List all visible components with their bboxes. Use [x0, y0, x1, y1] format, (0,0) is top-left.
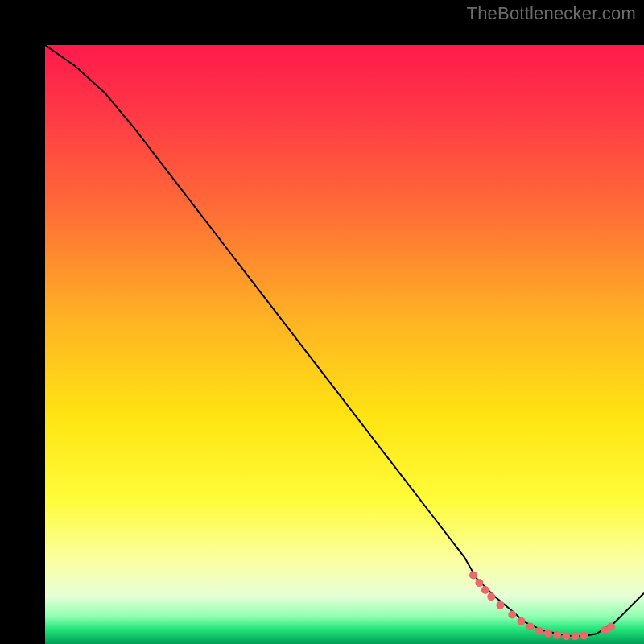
marker-point — [571, 632, 579, 640]
marker-point — [562, 632, 570, 640]
marker-point — [469, 571, 477, 579]
marker-point — [517, 617, 525, 625]
marker-point — [487, 592, 495, 601]
attribution-text: TheBottlenecker.com — [467, 3, 636, 24]
gradient-bg — [45, 45, 644, 644]
marker-point — [544, 630, 552, 638]
marker-point — [475, 579, 483, 587]
marker-point — [553, 631, 561, 639]
marker-point — [535, 627, 543, 635]
chart-frame — [23, 23, 621, 621]
marker-point — [607, 622, 615, 630]
marker-point — [481, 586, 489, 594]
marker-point — [580, 632, 588, 640]
chart-svg — [45, 45, 644, 644]
marker-point — [496, 601, 504, 609]
marker-point — [508, 611, 516, 619]
marker-point — [526, 622, 535, 630]
plot-area — [45, 45, 644, 644]
